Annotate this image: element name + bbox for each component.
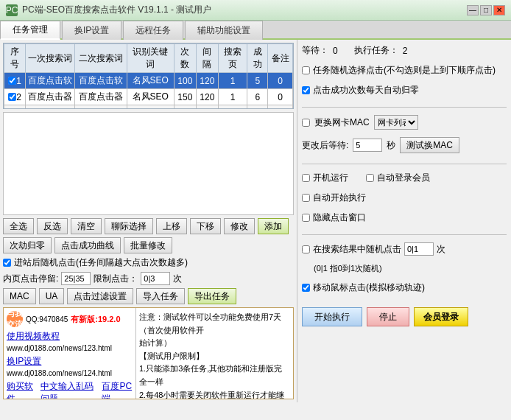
deselect-button[interactable]: 反选 [37,218,68,234]
boot-run-checkbox[interactable] [302,174,310,182]
row2-keyword: 名风SEO [127,89,174,105]
clear-button[interactable]: 清空 [71,218,102,234]
video-tutorial-row: 使用视频教程 www.dj0188.com/news/123.html [7,330,133,353]
row3-search2: 名风软件LC [75,105,127,110]
row1-search1: 百度点击软 [26,73,75,89]
auto-execute-checkbox[interactable] [302,194,310,202]
mac-button[interactable]: MAC [3,288,36,304]
notice-panel: 注意：测试软件可以全功能免费使用7天（首次使用软件开 始计算） 【测试用户限制】… [136,308,293,399]
add-button[interactable]: 添加 [258,218,289,234]
member-login-button[interactable]: 会员登录 [414,307,468,326]
auto-login-checkbox[interactable] [366,174,374,182]
info-links-panel: 与我交流 QQ:9470845 有新版: 19.2.0 使用视频教程 www.d… [4,308,136,399]
limit-click-label: 限制点击： [94,273,138,285]
row3-id: 3 [16,108,21,110]
hide-window-row: 隐藏点击窗口 [302,211,507,224]
row2-interval: 120 [196,89,218,105]
mobile-track-label: 移动鼠标点击(模拟移动轨迹) [313,281,425,294]
maximize-button[interactable]: □ [480,5,492,15]
row1-pages: 1 [218,73,247,89]
col-header-id: 序号 [4,44,26,73]
ua-button[interactable]: UA [39,288,65,304]
execute-value: 2 [403,46,408,56]
ip-settings-row: 换IP设置 www.dj0188.com/news/124.html [7,355,133,378]
random-select-button[interactable]: 聊际选择 [105,218,153,234]
test-mac-button[interactable]: 测试换MAC [400,137,459,153]
success-curve-button[interactable]: 点击成功曲线 [54,237,121,253]
input-problem-link[interactable]: 中文输入乱码问题 [40,380,96,399]
app-title: PC端-SEO百度搜索点击软件 V19.1.1 - 测试用户 [22,4,211,16]
row3-interval: 60 [196,105,218,110]
option-row-enter-click: 进站后随机点击(任务间隔越大点击次数越多) [3,256,294,269]
replace-mac-label: 更换网卡MAC [314,116,370,129]
buy-software-link[interactable]: 购买软件 [7,380,35,399]
row2-success: 6 [247,89,268,105]
tab-remote-task[interactable]: 远程任务 [123,21,183,40]
start-execute-button[interactable]: 开始执行 [302,307,362,326]
daily-zero-checkbox[interactable] [302,86,310,94]
hide-window-checkbox[interactable] [302,214,310,222]
row2-pages: 1 [218,89,247,105]
mobile-track-checkbox[interactable] [302,284,310,292]
hide-window-label: 隐藏点击窗口 [313,211,366,224]
random-search-checkbox[interactable] [302,245,310,253]
ip-settings-link[interactable]: 换IP设置 [7,356,41,366]
inner-page-stop-input[interactable] [61,272,91,285]
col-header-keyword: 识别关键词 [127,44,174,73]
table-row[interactable]: 1 百度点击软 百度点击软 名风SEO 100 120 1 5 0 [4,73,293,89]
export-task-button[interactable]: 导出任务 [188,288,236,304]
execute-task-label: 执行任务： [354,44,398,57]
col-header-pages: 搜索页 [218,44,247,73]
auto-execute-row: 自动开始执行 [302,192,507,204]
col-header-count: 次数 [174,44,196,73]
row2-note: 0 [268,89,293,105]
minimize-button[interactable]: — [467,5,479,15]
tab-ip-settings[interactable]: 换IP设置 [62,21,121,40]
col-header-search2: 二次搜索词 [75,44,127,73]
video-tutorial-link[interactable]: 使用视频教程 [7,331,60,341]
task-random-checkbox[interactable] [302,66,310,74]
limit-click-input[interactable] [141,272,170,285]
new-version-label: 有新版: [71,314,98,325]
col-header-search1: 一次搜索词 [26,44,75,73]
stop-button[interactable]: 停止 [367,307,409,326]
tab-bar: 任务管理 换IP设置 远程任务 辅助功能设置 [0,21,511,40]
baidu-pc-link[interactable]: 百度PC端 [102,380,133,399]
task-random-label: 任务随机选择点击(不勾选则是上到下顺序点击) [313,64,496,77]
modify-button[interactable]: 修改 [224,218,255,234]
move-up-button[interactable]: 上移 [156,218,187,234]
row1-note: 0 [268,73,293,89]
wait-sec-input[interactable] [353,139,382,152]
row2-checkbox[interactable] [8,93,16,101]
row1-count: 100 [174,73,196,89]
select-all-button[interactable]: 全选 [3,218,34,234]
row1-checkbox[interactable] [8,77,16,85]
close-button[interactable]: ✕ [493,5,505,15]
wait-after-label: 更改后等待: [302,139,348,152]
table-row[interactable]: 3 名风软件 名风软件LC 名风SEO 150 60 12|1 1 10 0 [4,105,293,110]
divider-3 [302,234,507,235]
col-header-interval: 间隔 [196,44,218,73]
auto-login-label: 自动登录会员 [377,172,430,184]
table-row[interactable]: 2 百度点击器 百度点击器 名风SEO 150 120 1 6 0 [4,89,293,105]
execute-buttons: 开始执行 停止 会员登录 [302,307,507,326]
mac-list-select[interactable]: 网卡列表 [374,115,418,130]
enter-click-checkbox[interactable] [3,259,11,267]
batch-modify-button[interactable]: 批量修改 [124,237,172,253]
option-row-page-stop: 内页点击停留: 限制点击： 次 [3,272,294,285]
wait-after-row: 更改后等待: 秒 测试换MAC [302,137,507,153]
auto-execute-label: 自动开始执行 [313,192,366,204]
boot-run-row: 开机运行 自动登录会员 [302,172,507,184]
random-count-input[interactable] [404,242,434,256]
bottom-tools: MAC UA 点击过滤设置 导入任务 导出任务 [3,288,294,304]
replace-mac-checkbox[interactable] [302,119,310,127]
click-filter-button[interactable]: 点击过滤设置 [67,288,133,304]
tab-task-management[interactable]: 任务管理 [0,21,60,40]
daily-reset-button[interactable]: 次劫归零 [3,237,52,253]
row1-id: 1 [16,76,21,86]
tab-assist-settings[interactable]: 辅助功能设置 [185,21,263,40]
random-search-row: 在搜索结果中随机点击 次 [302,242,507,256]
task-table-container: 序号 一次搜索词 二次搜索词 识别关键词 次数 间隔 搜索页 成功 备注 1 [3,43,294,109]
import-task-button[interactable]: 导入任务 [136,288,185,304]
move-down-button[interactable]: 下移 [190,218,221,234]
